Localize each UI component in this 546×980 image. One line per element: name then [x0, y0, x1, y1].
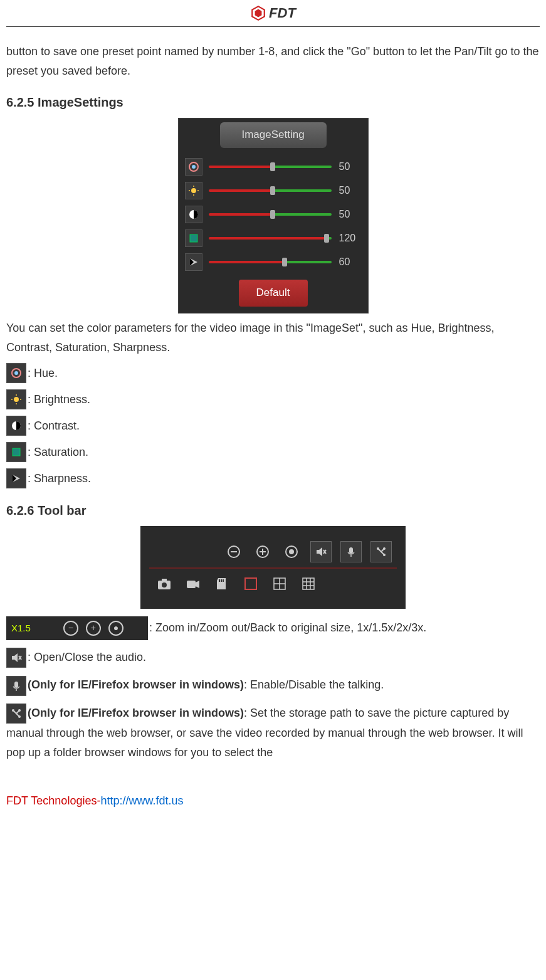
- zoom-in-icon[interactable]: +: [86, 621, 101, 636]
- saturation-label: : Saturation.: [28, 443, 88, 462]
- brightness-icon: [6, 389, 26, 409]
- microphone-icon[interactable]: [340, 541, 362, 562]
- svg-rect-42: [187, 581, 196, 588]
- audio-mute-icon[interactable]: [310, 541, 332, 562]
- brightness-icon: [185, 182, 202, 199]
- slider-value: 60: [339, 253, 362, 270]
- zoom-out-icon[interactable]: [224, 542, 244, 562]
- sharpness-icon: [185, 253, 202, 271]
- svg-point-3: [192, 165, 196, 169]
- slider-track[interactable]: [209, 237, 332, 240]
- sharpness-icon: [6, 468, 26, 488]
- slider-track[interactable]: [209, 261, 332, 263]
- page-content: button to save one preset point named by…: [0, 27, 546, 782]
- svg-point-4: [191, 188, 196, 193]
- slider-hue: 50: [182, 157, 364, 177]
- hue-icon: [6, 363, 26, 383]
- saturation-icon: [6, 442, 26, 462]
- svg-rect-34: [349, 547, 353, 554]
- zoom-reset-icon[interactable]: ●: [108, 621, 123, 636]
- svg-rect-59: [14, 682, 18, 688]
- intro-paragraph: button to save one preset point named by…: [6, 42, 540, 80]
- slider-contrast: 50: [182, 204, 364, 224]
- logo-text: FDT: [269, 5, 296, 21]
- imageset-description: You can set the color parameters for the…: [6, 319, 540, 357]
- toolbar-row-bottom: [149, 574, 397, 594]
- svg-point-63: [18, 709, 21, 712]
- microphone-icon: [6, 676, 26, 696]
- svg-point-30: [289, 549, 294, 554]
- talk-description-row: (Only for IE/Firefox browser in windows)…: [6, 675, 540, 695]
- sharpness-label-row: : Sharpness.: [6, 468, 540, 488]
- slider-track[interactable]: [209, 166, 332, 168]
- svg-marker-43: [196, 581, 199, 588]
- footer-url: http://www.fdt.us: [100, 794, 183, 807]
- sharpness-label: : Sharpness.: [28, 469, 91, 488]
- slider-value: 50: [339, 206, 362, 223]
- page-footer: FDT Technologies-http://www.fdt.us: [0, 782, 546, 815]
- sd-card-icon[interactable]: [212, 574, 232, 594]
- svg-marker-56: [12, 653, 18, 662]
- svg-point-41: [162, 582, 167, 587]
- hue-label-row: : Hue.: [6, 363, 540, 383]
- layout-single-icon[interactable]: [241, 574, 261, 594]
- toolbar-row-top: [149, 541, 397, 562]
- svg-rect-45: [221, 579, 222, 582]
- zoom-control: X1.5 − + ●: [6, 616, 148, 640]
- brightness-label-row: : Brightness.: [6, 389, 540, 409]
- brightness-label: : Brightness.: [28, 390, 90, 409]
- toolbar-panel: [140, 526, 406, 609]
- layout-nine-icon[interactable]: [298, 574, 318, 594]
- svg-rect-40: [162, 579, 167, 581]
- settings-tools-icon[interactable]: [370, 541, 392, 562]
- hue-label: : Hue.: [28, 364, 58, 383]
- zoom-out-icon[interactable]: −: [63, 621, 78, 636]
- svg-point-36: [377, 547, 379, 550]
- contrast-icon: [6, 416, 26, 436]
- svg-point-37: [383, 554, 386, 556]
- slider-sharpness: 60: [182, 252, 364, 272]
- camera-snapshot-icon[interactable]: [154, 574, 174, 594]
- saturation-label-row: : Saturation.: [6, 442, 540, 462]
- hue-icon: [185, 158, 202, 176]
- video-record-icon[interactable]: [183, 574, 203, 594]
- slider-brightness: 50: [182, 181, 364, 201]
- audio-description: : Open/Close the audio.: [28, 651, 146, 663]
- section-title-625: 6.2.5 ImageSettings: [6, 92, 540, 113]
- contrast-label: : Contrast.: [28, 416, 80, 436]
- zoom-description: : Zoom in/Zoom out/Back to original size…: [149, 621, 426, 634]
- slider-value: 120: [339, 229, 362, 246]
- zoom-description-row: X1.5 − + ● : Zoom in/Zoom out/Back to or…: [6, 616, 540, 640]
- svg-rect-46: [223, 579, 224, 582]
- zoom-level: X1.5: [11, 620, 31, 636]
- svg-rect-51: [303, 578, 314, 589]
- svg-point-38: [383, 547, 386, 550]
- saturation-icon: [185, 229, 202, 247]
- svg-rect-21: [13, 448, 20, 456]
- talk-bold: (Only for IE/Firefox browser in windows): [28, 678, 244, 691]
- svg-rect-44: [219, 579, 220, 582]
- image-setting-tab[interactable]: ImageSetting: [220, 122, 327, 148]
- page-header: FDT: [6, 0, 540, 27]
- svg-rect-47: [245, 578, 256, 589]
- svg-marker-1: [255, 9, 262, 18]
- storage-description-row: (Only for IE/Firefox browser in windows)…: [6, 703, 540, 762]
- svg-marker-31: [317, 547, 322, 556]
- contrast-icon: [185, 206, 202, 223]
- talk-description: : Enable/Disable the talking.: [244, 678, 384, 691]
- layout-quad-icon[interactable]: [270, 574, 290, 594]
- slider-value: 50: [339, 182, 362, 199]
- zoom-in-icon[interactable]: [253, 542, 273, 562]
- slider-value: 50: [339, 158, 362, 175]
- svg-point-14: [14, 371, 18, 375]
- logo-icon: [250, 5, 266, 21]
- toolbar-divider: [149, 567, 397, 569]
- default-button[interactable]: Default: [239, 280, 308, 307]
- slider-track[interactable]: [209, 213, 332, 216]
- settings-tools-icon: [6, 703, 26, 724]
- slider-track[interactable]: [209, 189, 332, 192]
- zoom-reset-icon[interactable]: [281, 542, 302, 562]
- storage-bold: (Only for IE/Firefox browser in windows): [28, 707, 244, 719]
- slider-saturation: 120: [182, 228, 364, 248]
- svg-rect-10: [190, 234, 197, 242]
